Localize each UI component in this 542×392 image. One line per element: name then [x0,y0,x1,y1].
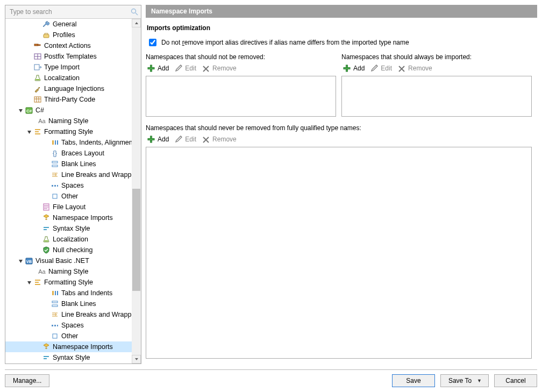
tree-item[interactable]: Blank Lines [5,159,141,169]
checkbox-input[interactable] [149,39,156,46]
edit-button[interactable]: Edit [370,64,392,73]
tree-item-label: Context Actions [44,42,91,49]
tree-item[interactable]: General [5,19,141,30]
other-icon [51,192,59,201]
save-to-button[interactable]: Save To▼ [440,374,489,387]
add-icon [343,64,351,73]
tree-item[interactable]: Type Import [5,62,141,73]
wrap-icon [51,310,59,319]
tree-item-label: General [53,20,76,28]
blank-icon [51,160,59,168]
edit-icon [174,135,183,144]
cancel-button[interactable]: Cancel [494,374,537,387]
tree-item[interactable]: Third-Party Code [5,94,141,105]
vertical-scrollbar[interactable] [132,19,141,364]
tree-item-label: Third-Party Code [44,96,95,103]
tree-item-label: File Layout [53,203,85,211]
tree-item-label: Other [61,332,78,340]
always-imported-list[interactable] [341,76,532,117]
tree-item-label: Localization [53,236,88,243]
syntax-icon [42,353,51,362]
flask-icon [33,74,42,82]
chevron-expanded-icon[interactable] [26,129,32,135]
braces-icon [51,149,59,158]
tree-item[interactable]: Syntax Style [5,352,141,363]
tree-item[interactable]: Localization [5,73,141,83]
tree-item[interactable]: Null checking [5,245,141,255]
tree-item[interactable]: Formatting Style [5,126,141,137]
blank-icon [51,300,59,308]
tree-item-label: Type Import [44,63,80,71]
file-icon [42,203,51,211]
tree-item-label: Line Breaks and Wrapping [61,311,140,318]
tree-item[interactable]: Naming Style [5,116,141,126]
scroll-up-button[interactable] [132,19,141,27]
tree-item[interactable]: Localization [5,234,141,245]
add-button[interactable]: Add [343,64,365,73]
add-button[interactable]: Add [147,64,169,73]
tree-item[interactable]: Spaces [5,320,141,331]
tree-item[interactable]: Blank Lines [5,298,141,309]
always-imported-label: Namespaces that should always be importe… [341,53,532,63]
manage-button[interactable]: Manage... [5,374,49,387]
never-removed-fq-list[interactable] [146,147,532,359]
tree-item[interactable]: File Layout [5,202,141,212]
edit-button[interactable]: Edit [174,64,196,73]
profiles-icon [42,31,51,39]
tree-item[interactable]: Context Actions [5,40,141,51]
tree-item[interactable]: Tabs and Indents [5,288,141,298]
tree-item[interactable]: Tabs, Indents, Alignment [5,137,141,148]
tree-item-label: Tabs, Indents, Alignment [61,139,134,146]
tree-item-label: Spaces [61,182,84,189]
tree-item-label: Localization [44,74,80,82]
tree-item[interactable]: Naming Style [5,266,141,277]
remove-button[interactable]: Remove [202,135,237,144]
tree-item[interactable]: Namespace Imports [5,341,141,352]
tree-item[interactable]: Other [5,331,141,341]
save-button[interactable]: Save [392,374,435,387]
tree-item[interactable]: Formatting Style [5,277,141,288]
not-removed-label: Namespaces that should not be removed: [146,53,336,63]
tree-item[interactable]: Profiles [5,30,141,40]
scroll-thumb[interactable] [132,189,140,291]
remove-button[interactable]: Remove [397,64,432,73]
tree-item[interactable]: Line Breaks and Wrapping [5,309,141,320]
ns-import-icon [42,213,51,222]
do-not-remove-alias-checkbox[interactable]: Do not remove import alias directives if… [146,36,532,53]
tree-item-label: Spaces [61,322,84,329]
tree-item[interactable]: Postfix Templates [5,51,141,62]
ns-import-icon [42,343,51,351]
inject-icon [33,84,42,93]
chevron-expanded-icon[interactable] [17,258,24,264]
remove-button[interactable]: Remove [202,64,237,73]
chevron-expanded-icon[interactable] [26,279,32,286]
search-input[interactable] [5,5,141,18]
shield-icon [42,246,51,254]
vb-icon [25,256,33,265]
tree-item-label: Formatting Style [44,279,93,286]
scroll-down-button[interactable] [132,355,141,364]
tree-item-label: Syntax Style [53,354,90,361]
not-removed-list[interactable] [146,76,336,117]
always-imported-column: Namespaces that should always be importe… [341,53,532,117]
checkbox-label: Do not remove import alias directives if… [161,39,409,46]
chevron-expanded-icon[interactable] [17,107,24,113]
tree-item[interactable]: Line Breaks and Wrapping [5,169,141,180]
tree-item[interactable]: Visual Basic .NET [5,255,141,266]
edit-button[interactable]: Edit [174,135,196,144]
content-panel: Namespace Imports Imports optimization D… [146,5,537,364]
Aa-icon [38,117,46,125]
footer: Manage... Save Save To▼ Cancel [5,369,537,387]
options-tree[interactable]: GeneralProfilesContext ActionsPostfix Te… [5,19,141,364]
tree-item[interactable]: Spaces [5,180,141,191]
add-button[interactable]: Add [147,135,169,144]
tree-item[interactable]: Namespace Imports [5,212,141,223]
tree-item-label: Naming Style [48,117,88,125]
tree-item[interactable]: Other [5,191,141,202]
tree-item[interactable]: Braces Layout [5,148,141,159]
tree-item[interactable]: Syntax Style [5,223,141,234]
tree-item[interactable]: C# [5,105,141,116]
tree-item[interactable]: Language Injections [5,83,141,94]
search-icon[interactable] [130,8,139,16]
tree-item-label: Profiles [53,31,75,39]
